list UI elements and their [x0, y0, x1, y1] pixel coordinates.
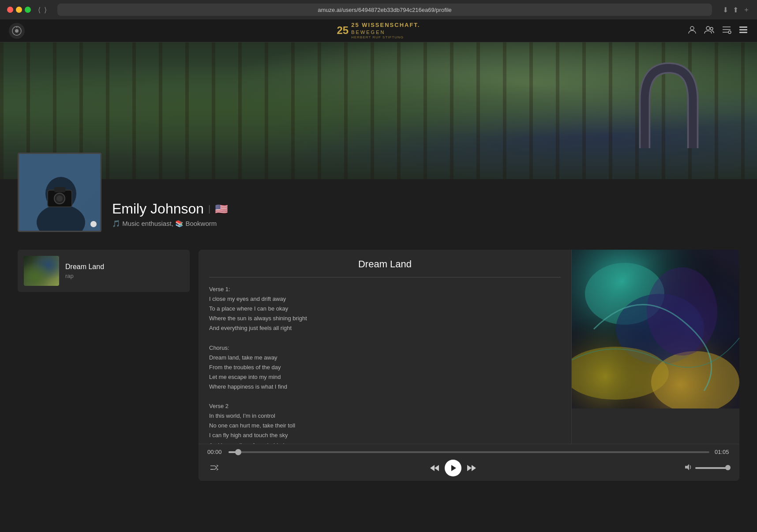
svg-rect-18: [54, 187, 65, 192]
address-bar[interactable]: amuze.ai/users/6494872eb33db794c216ea69/…: [57, 4, 712, 16]
progress-thumb[interactable]: [235, 449, 241, 455]
group-icon[interactable]: [704, 25, 715, 37]
svg-marker-34: [467, 465, 472, 471]
track-list: Dream Land rap: [18, 250, 190, 481]
play-button[interactable]: [445, 460, 461, 476]
svg-point-9: [728, 31, 731, 34]
lyrics-title: Dream Land: [209, 259, 561, 270]
track-thumbnail: [24, 256, 59, 286]
progress-row: 00:00 01:05: [207, 449, 731, 455]
traffic-lights: [7, 7, 31, 13]
menu-icon[interactable]: [738, 25, 748, 37]
track-title: Dream Land: [65, 263, 184, 271]
lyrics-text: Verse 1: I close my eyes and drift away …: [209, 285, 561, 444]
brand-sub: BEWEGEN: [351, 29, 420, 35]
avatar-image: [19, 154, 100, 231]
profile-banner: [0, 42, 757, 179]
track-item[interactable]: Dream Land rap: [18, 250, 190, 292]
svg-marker-36: [685, 464, 689, 470]
song-panel-inner: Dream Land Verse 1: I close my eyes and …: [199, 250, 739, 444]
svg-marker-35: [472, 465, 476, 471]
svg-marker-33: [451, 465, 456, 471]
brand-detail: HERBERT RUF STIFTUNG: [351, 35, 420, 40]
profile-info: Emily Johnson | 🇺🇸 🎵 Music enthusiast, 📚…: [112, 201, 228, 232]
player-bar: 00:00 01:05: [199, 444, 739, 481]
track-thumb-image: [24, 256, 59, 286]
svg-rect-12: [739, 32, 747, 33]
stone-arch-decoration: [633, 60, 704, 148]
svg-point-3: [690, 26, 694, 30]
ctrl-center: [428, 460, 478, 476]
browser-chrome: ⟨ ⟩ amuze.ai/users/6494872eb33db794c216e…: [0, 0, 757, 19]
svg-rect-11: [739, 29, 747, 30]
brand-name: 25 WISSENSCHAFT.: [351, 22, 420, 29]
flag-icon: 🇺🇸: [215, 203, 228, 215]
svg-point-30: [647, 267, 717, 356]
back-icon[interactable]: ⟨: [38, 6, 41, 14]
url-text: amuze.ai/users/6494872eb33db794c216ea69/…: [318, 7, 452, 13]
volume-track[interactable]: [695, 467, 731, 469]
profile-bio: 🎵 Music enthusiast, 📚 Bookworm: [112, 220, 228, 228]
logo[interactable]: [9, 23, 25, 39]
avatar-status-dot: [90, 221, 97, 227]
nav-right: [687, 25, 748, 37]
svg-point-1: [15, 29, 19, 33]
download-icon[interactable]: ⬇: [723, 6, 728, 14]
svg-point-5: [710, 27, 713, 30]
profile-name: Emily Johnson | 🇺🇸: [112, 201, 228, 217]
svg-rect-10: [739, 26, 747, 28]
total-time: 01:05: [715, 449, 731, 455]
lyrics-panel: Dream Land Verse 1: I close my eyes and …: [199, 250, 572, 444]
track-artwork: [572, 250, 739, 408]
main-content: Dream Land rap Dream Land Verse 1: I clo…: [0, 241, 757, 490]
profile-section: Emily Johnson | 🇺🇸 🎵 Music enthusiast, 📚…: [0, 179, 757, 241]
nav-controls: ⟨ ⟩: [38, 6, 47, 14]
lyrics-divider: [209, 277, 561, 277]
add-tab-icon[interactable]: ＋: [743, 5, 750, 15]
volume-thumb[interactable]: [725, 465, 731, 470]
svg-marker-31: [430, 465, 435, 471]
svg-marker-32: [435, 465, 439, 471]
close-button[interactable]: [7, 7, 13, 13]
svg-point-20: [56, 195, 63, 202]
logo-icon: [9, 23, 25, 39]
fullscreen-button[interactable]: [25, 7, 31, 13]
brand-center: 25 25 WISSENSCHAFT. BEWEGEN HERBERT RUF …: [337, 22, 420, 40]
progress-track[interactable]: [229, 451, 709, 453]
rewind-button[interactable]: [428, 462, 441, 474]
minimize-button[interactable]: [16, 7, 22, 13]
shuffle-button[interactable]: [207, 462, 221, 474]
volume-fill: [695, 467, 729, 469]
current-time: 00:00: [207, 449, 223, 455]
app: 25 25 WISSENSCHAFT. BEWEGEN HERBERT RUF …: [0, 19, 757, 532]
track-genre: rap: [65, 273, 184, 279]
playlist-icon[interactable]: [722, 25, 731, 37]
user-icon[interactable]: [687, 25, 697, 37]
forward-icon[interactable]: ⟩: [44, 6, 47, 14]
volume-icon: [685, 464, 693, 472]
share-icon[interactable]: ⬆: [733, 6, 738, 14]
ctrl-right: [685, 464, 731, 472]
controls-row: [207, 460, 731, 476]
avatar: [18, 153, 101, 232]
top-nav: 25 25 WISSENSCHAFT. BEWEGEN HERBERT RUF …: [0, 19, 757, 42]
song-panel: Dream Land Verse 1: I close my eyes and …: [199, 250, 739, 481]
ctrl-left: [207, 462, 221, 474]
forward-button[interactable]: [465, 462, 478, 474]
artwork-panel: [572, 250, 739, 444]
svg-point-4: [706, 26, 710, 30]
track-details: Dream Land rap: [65, 263, 184, 279]
browser-actions: ⬇ ⬆ ＋: [723, 5, 750, 15]
